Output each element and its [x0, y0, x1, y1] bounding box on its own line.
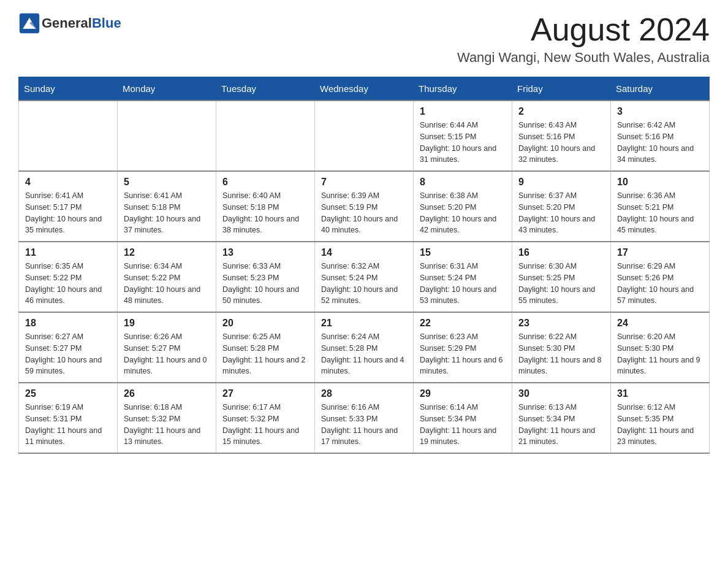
day-info: Sunrise: 6:18 AM Sunset: 5:32 PM Dayligh… [124, 402, 210, 448]
week-row-4: 18Sunrise: 6:27 AM Sunset: 5:27 PM Dayli… [19, 312, 710, 383]
day-number: 31 [617, 388, 703, 399]
cell-w5-d2: 26Sunrise: 6:18 AM Sunset: 5:32 PM Dayli… [118, 383, 216, 453]
day-info: Sunrise: 6:34 AM Sunset: 5:22 PM Dayligh… [124, 261, 210, 307]
day-info: Sunrise: 6:38 AM Sunset: 5:20 PM Dayligh… [420, 190, 506, 236]
cell-w1-d5: 1Sunrise: 6:44 AM Sunset: 5:15 PM Daylig… [414, 101, 512, 171]
day-number: 4 [25, 177, 111, 188]
day-info: Sunrise: 6:13 AM Sunset: 5:34 PM Dayligh… [518, 402, 604, 448]
day-number: 9 [518, 177, 604, 188]
cell-w4-d6: 23Sunrise: 6:22 AM Sunset: 5:30 PM Dayli… [512, 312, 611, 383]
page-header: GeneralBlue August 2024 Wangi Wangi, New… [18, 12, 710, 66]
day-number: 21 [321, 318, 407, 329]
day-info: Sunrise: 6:44 AM Sunset: 5:15 PM Dayligh… [420, 120, 506, 166]
cell-w4-d4: 21Sunrise: 6:24 AM Sunset: 5:28 PM Dayli… [315, 312, 414, 383]
cell-w5-d7: 31Sunrise: 6:12 AM Sunset: 5:35 PM Dayli… [611, 383, 710, 453]
title-section: August 2024 Wangi Wangi, New South Wales… [457, 12, 710, 66]
cell-w1-d3 [216, 101, 315, 171]
day-number: 24 [617, 318, 703, 329]
day-info: Sunrise: 6:16 AM Sunset: 5:33 PM Dayligh… [321, 402, 407, 448]
day-number: 26 [124, 388, 210, 399]
day-info: Sunrise: 6:33 AM Sunset: 5:23 PM Dayligh… [222, 261, 308, 307]
cell-w2-d1: 4Sunrise: 6:41 AM Sunset: 5:17 PM Daylig… [19, 171, 118, 242]
cell-w3-d4: 14Sunrise: 6:32 AM Sunset: 5:24 PM Dayli… [315, 242, 414, 312]
day-info: Sunrise: 6:39 AM Sunset: 5:19 PM Dayligh… [321, 190, 407, 236]
logo-general: General [42, 15, 92, 31]
location: Wangi Wangi, New South Wales, Australia [457, 50, 710, 66]
cell-w5-d5: 29Sunrise: 6:14 AM Sunset: 5:34 PM Dayli… [414, 383, 512, 453]
calendar-table: Sunday Monday Tuesday Wednesday Thursday… [18, 77, 710, 454]
day-info: Sunrise: 6:29 AM Sunset: 5:26 PM Dayligh… [617, 261, 703, 307]
calendar-header-row: Sunday Monday Tuesday Wednesday Thursday… [19, 77, 710, 101]
day-number: 27 [222, 388, 308, 399]
day-number: 22 [420, 318, 506, 329]
day-number: 29 [420, 388, 506, 399]
cell-w3-d6: 16Sunrise: 6:30 AM Sunset: 5:25 PM Dayli… [512, 242, 611, 312]
cell-w5-d4: 28Sunrise: 6:16 AM Sunset: 5:33 PM Dayli… [315, 383, 414, 453]
day-number: 8 [420, 177, 506, 188]
day-info: Sunrise: 6:14 AM Sunset: 5:34 PM Dayligh… [420, 402, 506, 448]
day-number: 13 [222, 247, 308, 258]
cell-w2-d3: 6Sunrise: 6:40 AM Sunset: 5:18 PM Daylig… [216, 171, 315, 242]
day-info: Sunrise: 6:19 AM Sunset: 5:31 PM Dayligh… [25, 402, 111, 448]
day-number: 20 [222, 318, 308, 329]
day-number: 1 [420, 106, 506, 117]
cell-w5-d1: 25Sunrise: 6:19 AM Sunset: 5:31 PM Dayli… [19, 383, 118, 453]
day-number: 11 [25, 247, 111, 258]
cell-w3-d2: 12Sunrise: 6:34 AM Sunset: 5:22 PM Dayli… [118, 242, 216, 312]
day-info: Sunrise: 6:43 AM Sunset: 5:16 PM Dayligh… [518, 120, 604, 166]
week-row-3: 11Sunrise: 6:35 AM Sunset: 5:22 PM Dayli… [19, 242, 710, 312]
day-number: 10 [617, 177, 703, 188]
cell-w2-d2: 5Sunrise: 6:41 AM Sunset: 5:18 PM Daylig… [118, 171, 216, 242]
day-info: Sunrise: 6:22 AM Sunset: 5:30 PM Dayligh… [518, 331, 604, 377]
header-monday: Monday [118, 77, 216, 101]
cell-w1-d7: 3Sunrise: 6:42 AM Sunset: 5:16 PM Daylig… [611, 101, 710, 171]
week-row-1: 1Sunrise: 6:44 AM Sunset: 5:15 PM Daylig… [19, 101, 710, 171]
header-tuesday: Tuesday [216, 77, 315, 101]
cell-w5-d3: 27Sunrise: 6:17 AM Sunset: 5:32 PM Dayli… [216, 383, 315, 453]
logo-icon [18, 12, 40, 34]
cell-w4-d5: 22Sunrise: 6:23 AM Sunset: 5:29 PM Dayli… [414, 312, 512, 383]
header-sunday: Sunday [19, 77, 118, 101]
day-number: 12 [124, 247, 210, 258]
day-number: 6 [222, 177, 308, 188]
cell-w1-d4 [315, 101, 414, 171]
day-info: Sunrise: 6:27 AM Sunset: 5:27 PM Dayligh… [25, 331, 111, 377]
header-friday: Friday [512, 77, 611, 101]
day-info: Sunrise: 6:26 AM Sunset: 5:27 PM Dayligh… [124, 331, 210, 377]
day-info: Sunrise: 6:40 AM Sunset: 5:18 PM Dayligh… [222, 190, 308, 236]
cell-w5-d6: 30Sunrise: 6:13 AM Sunset: 5:34 PM Dayli… [512, 383, 611, 453]
day-info: Sunrise: 6:12 AM Sunset: 5:35 PM Dayligh… [617, 402, 703, 448]
day-info: Sunrise: 6:30 AM Sunset: 5:25 PM Dayligh… [518, 261, 604, 307]
day-info: Sunrise: 6:17 AM Sunset: 5:32 PM Dayligh… [222, 402, 308, 448]
day-info: Sunrise: 6:32 AM Sunset: 5:24 PM Dayligh… [321, 261, 407, 307]
cell-w1-d1 [19, 101, 118, 171]
cell-w3-d1: 11Sunrise: 6:35 AM Sunset: 5:22 PM Dayli… [19, 242, 118, 312]
day-number: 5 [124, 177, 210, 188]
cell-w3-d3: 13Sunrise: 6:33 AM Sunset: 5:23 PM Dayli… [216, 242, 315, 312]
day-info: Sunrise: 6:24 AM Sunset: 5:28 PM Dayligh… [321, 331, 407, 377]
logo: GeneralBlue [18, 12, 121, 34]
cell-w1-d2 [118, 101, 216, 171]
day-info: Sunrise: 6:41 AM Sunset: 5:17 PM Dayligh… [25, 190, 111, 236]
day-number: 19 [124, 318, 210, 329]
day-number: 3 [617, 106, 703, 117]
header-thursday: Thursday [414, 77, 512, 101]
day-info: Sunrise: 6:37 AM Sunset: 5:20 PM Dayligh… [518, 190, 604, 236]
day-number: 18 [25, 318, 111, 329]
cell-w2-d7: 10Sunrise: 6:36 AM Sunset: 5:21 PM Dayli… [611, 171, 710, 242]
day-number: 28 [321, 388, 407, 399]
day-number: 15 [420, 247, 506, 258]
cell-w3-d5: 15Sunrise: 6:31 AM Sunset: 5:24 PM Dayli… [414, 242, 512, 312]
day-info: Sunrise: 6:23 AM Sunset: 5:29 PM Dayligh… [420, 331, 506, 377]
day-number: 17 [617, 247, 703, 258]
day-info: Sunrise: 6:31 AM Sunset: 5:24 PM Dayligh… [420, 261, 506, 307]
day-number: 14 [321, 247, 407, 258]
cell-w4-d7: 24Sunrise: 6:20 AM Sunset: 5:30 PM Dayli… [611, 312, 710, 383]
cell-w4-d3: 20Sunrise: 6:25 AM Sunset: 5:28 PM Dayli… [216, 312, 315, 383]
cell-w4-d2: 19Sunrise: 6:26 AM Sunset: 5:27 PM Dayli… [118, 312, 216, 383]
day-number: 2 [518, 106, 604, 117]
cell-w4-d1: 18Sunrise: 6:27 AM Sunset: 5:27 PM Dayli… [19, 312, 118, 383]
day-info: Sunrise: 6:35 AM Sunset: 5:22 PM Dayligh… [25, 261, 111, 307]
day-number: 30 [518, 388, 604, 399]
header-wednesday: Wednesday [315, 77, 414, 101]
